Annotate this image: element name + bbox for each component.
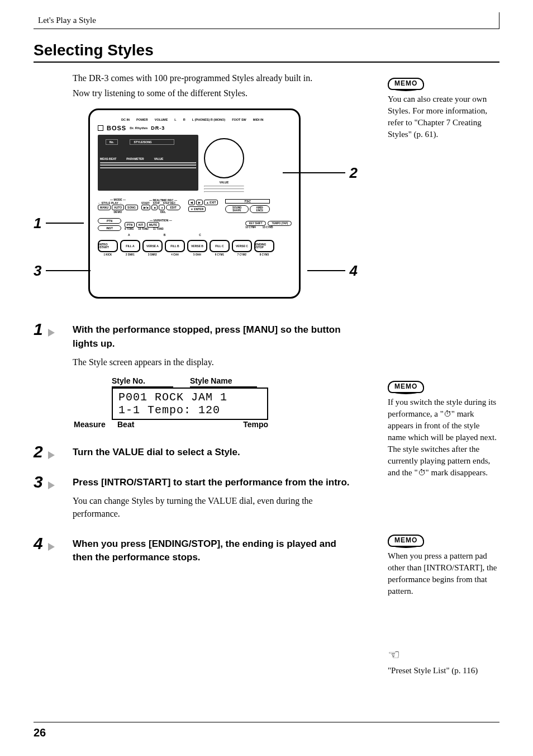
lcd-label-beat: Beat [117,420,201,429]
lcd-display: P001 ROCK JAM 1 1-1 Tempo: 120 [112,388,268,420]
device-figure: 1 2 3 4 DC IN POWER VOLUME L R L (PHONES… [49,108,340,299]
step-number: 4 [34,534,43,553]
device-logo-row: BOSS Dr. Rhythm DR-3 [98,125,296,131]
intro-text: The DR-3 comes with 100 pre-programmed S… [73,72,355,100]
lcd-label-measure: Measure [74,420,117,429]
song-button[interactable]: SONG [125,205,138,210]
callout-2: 2 [350,164,358,182]
right-arrow-button[interactable]: ▶ [196,200,203,205]
fill-b-pad[interactable]: FILL B [165,240,185,252]
var-ptn-button[interactable]: PTN [125,222,135,228]
page-number: 26 [34,726,46,739]
rec-button[interactable]: ● [159,205,165,210]
key-shift-button[interactable]: KEY SHIFT [245,221,266,226]
enter-button[interactable]: ▼ ENTER [188,206,206,212]
hand-pointing-icon: ☞ [388,646,400,665]
verse-c-pad[interactable]: VERSE C [232,240,252,252]
tip-text: "Preset Style List" (p. 116) [388,665,499,677]
lcd-figure: Style No. Style Name P001 ROCK JAM 1 1-1… [112,376,355,429]
intro-p2: Now try listening to some of the differe… [73,87,355,100]
fill-a-pad[interactable]: FILL A [120,240,140,252]
callout-3: 3 [34,262,41,280]
verse-b-pad[interactable]: VERSE B [187,240,207,252]
step-4: 4 When you press [ENDING/STOP], the endi… [73,537,355,565]
var-mute-button[interactable]: MUTE [147,222,159,228]
lcd-label-style-no: Style No. [112,376,173,388]
lcd-label-tempo: Tempo [201,420,268,429]
callout-4: 4 [350,262,358,280]
brand-logo: BOSS [107,125,126,131]
step-body: The Style screen appears in the display. [73,356,355,368]
pending-icon [444,409,451,418]
device-mode-row: — MODE — ← STYLE PLAY → MANU AUTO SONG D… [98,198,296,214]
step-number: 1 [34,320,43,339]
device-top-labels: DC IN POWER VOLUME L R L (PHONES) R (MON… [121,118,296,121]
manu-button[interactable]: MANU [98,205,111,210]
step-title: Press [INTRO/START] to start the perform… [73,476,355,490]
ptn-button[interactable]: PTN [98,218,121,224]
step-number: 3 [34,472,43,492]
memo-3: MEMO When you press a pattern pad other … [388,534,499,597]
play-stop-button[interactable]: ▶/■ [141,205,150,210]
fill-c-pad[interactable]: FILL C [210,240,230,252]
memo-2: MEMO If you switch the style during its … [388,380,499,479]
step-1: 1 With the performance stopped, press [M… [73,323,355,428]
step-title: When you press [ENDING/STOP], the ending… [73,537,355,565]
power-icon [98,125,103,131]
exit-button[interactable]: ▲ EXIT [204,200,218,205]
page-title: Selecting Styles [34,41,499,59]
ending-stop-pad[interactable]: ENDING /STOP [254,240,274,252]
inst-button[interactable]: INST [98,225,121,231]
memo-1: MEMO You can also create your own Styles… [388,77,499,140]
left-arrow-button[interactable]: ◀ [188,200,195,205]
ambience-button[interactable]: AMBI-ENCE [250,205,270,213]
device-frame: DC IN POWER VOLUME L R L (PHONES) R (MON… [88,108,301,299]
step-number: 2 [34,442,43,461]
memo-text: When you press a pattern pad other than … [388,550,499,597]
page-header: Let's Play a Style [34,12,499,29]
callout-1: 1 [34,215,41,232]
memo-text: If you switch the style during its perfo… [388,396,499,479]
intro-p1: The DR-3 comes with 100 pre-programmed S… [73,72,355,84]
verse-a-pad[interactable]: VERSE A [142,240,163,252]
title-rule [34,62,499,63]
stop-button[interactable]: ■ [151,205,158,210]
step-body: You can change Styles by turning the VAL… [73,494,355,520]
pad-row: INTRO /START FILL A VERSE A FILL B VERSE… [98,240,296,252]
edit-button[interactable]: EDIT [166,205,180,210]
step-title: With the performance stopped, press [MAN… [73,323,355,351]
device-screen: No. STYLE/SONG MEAS-BEAT PARAMETER VALUE [98,135,198,191]
sound-shape-button[interactable]: SOUND SHAPE [225,205,249,213]
memo-text: You can also create your own Styles. For… [388,93,499,140]
auto-button[interactable]: AUTO [112,205,124,210]
tip-reference: ☞ "Preset Style List" (p. 116) [388,646,499,677]
chapter-label: Let's Play a Style [38,16,96,25]
lcd-label-style-name: Style Name [190,376,257,388]
intro-start-pad[interactable]: INTRO /START [98,240,118,252]
memo-label: MEMO [388,381,424,393]
memo-label: MEMO [388,535,424,547]
footer-rule [34,722,499,722]
step-title: Turn the VALUE dial to select a Style. [73,446,355,460]
tempo-tap-button[interactable]: TEMPO (TAP) [268,221,292,226]
step-3: 3 Press [INTRO/START] to start the perfo… [73,476,355,520]
step-2: 2 Turn the VALUE dial to select a Style. [73,446,355,460]
memo-label: MEMO [388,78,424,90]
var-kit-button[interactable]: KIT [136,222,145,228]
value-dial[interactable] [204,138,244,178]
pending-icon [418,468,426,477]
